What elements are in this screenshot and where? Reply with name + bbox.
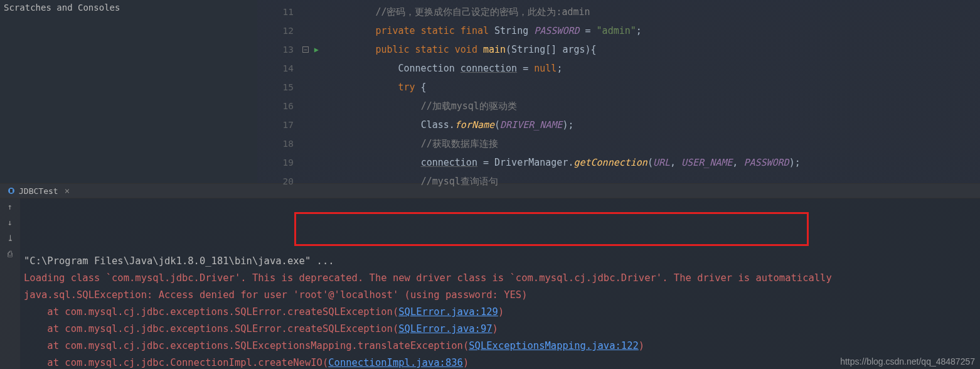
console-line: at com.mysql.cj.jdbc.exceptions.SQLError… [24, 321, 977, 338]
export-icon[interactable]: ⤓ [7, 233, 14, 243]
line-number: 16 [257, 97, 307, 115]
run-config-icon [8, 187, 15, 195]
console-line: at com.mysql.cj.jdbc.exceptions.SQLError… [24, 304, 977, 321]
line-number: 12 [257, 21, 307, 40]
run-tab-label[interactable]: JDBCTest [19, 186, 58, 196]
arrow-down-icon[interactable]: ↓ [8, 218, 13, 227]
code-line[interactable]: Class.forName(DRIVER_NAME); [307, 115, 980, 134]
svg-rect-1 [10, 189, 13, 193]
line-number: 17 [257, 115, 307, 134]
code-line[interactable]: try { [307, 78, 980, 97]
highlight-box [294, 212, 809, 246]
close-icon[interactable]: × [65, 186, 70, 196]
editor-gutter: 111213▶−14151617181920 [257, 0, 307, 183]
code-line[interactable]: //密码，更换成你自己设定的密码，此处为:admin [307, 3, 980, 21]
code-line[interactable]: Connection connection = null; [307, 59, 980, 78]
code-line[interactable]: private static final String PASSWORD = "… [307, 21, 980, 40]
arrow-up-icon[interactable]: ↑ [8, 202, 13, 211]
code-editor[interactable]: 111213▶−14151617181920 //密码，更换成你自己设定的密码，… [257, 0, 980, 183]
line-number: 18 [257, 134, 307, 153]
run-console: ↑ ↓ ⤓ ⎙ "C:\Program Files\Java\jdk1.8.0_… [0, 198, 980, 369]
run-gutter-icon[interactable]: ▶ [314, 45, 319, 54]
code-line[interactable]: public static void main(String[] args){ [307, 40, 980, 59]
code-line[interactable]: connection = DriverManager.getConnection… [307, 153, 980, 172]
console-line: at com.mysql.cj.jdbc.exceptions.SQLExcep… [24, 338, 977, 355]
project-sidebar[interactable]: Scratches and Consoles [0, 0, 257, 183]
code-line[interactable]: //mysql查询语句 [307, 172, 980, 191]
code-content[interactable]: //密码，更换成你自己设定的密码，此处为:admin private stati… [307, 0, 980, 183]
code-line[interactable]: //加载mysql的驱动类 [307, 97, 980, 115]
line-number: 11 [257, 3, 307, 21]
console-line: "C:\Program Files\Java\jdk1.8.0_181\bin\… [24, 253, 977, 270]
stacktrace-link[interactable]: SQLError.java:129 [398, 306, 498, 318]
sidebar-item-label: Scratches and Consoles [4, 3, 120, 13]
editor-split: Scratches and Consoles 111213▶−141516171… [0, 0, 980, 183]
line-number: 20 [257, 172, 307, 191]
line-number: 14 [257, 59, 307, 78]
code-line[interactable]: //获取数据库连接 [307, 134, 980, 153]
scratches-and-consoles-node[interactable]: Scratches and Consoles [0, 1, 257, 14]
console-toolbar: ↑ ↓ ⤓ ⎙ [0, 198, 20, 369]
console-line: Loading class `com.mysql.jdbc.Driver'. T… [24, 270, 977, 287]
console-line: at com.mysql.cj.jdbc.ConnectionImpl.crea… [24, 355, 977, 369]
line-number: 15 [257, 78, 307, 97]
stacktrace-link[interactable]: ConnectionImpl.java:836 [328, 357, 463, 368]
watermark-text: https://blog.csdn.net/qq_48487257 [840, 356, 975, 366]
line-number: 13▶− [257, 40, 307, 59]
fold-icon[interactable]: − [302, 46, 309, 53]
console-output[interactable]: "C:\Program Files\Java\jdk1.8.0_181\bin\… [20, 198, 980, 369]
line-number: 19 [257, 153, 307, 172]
console-line: java.sql.SQLException: Access denied for… [24, 287, 977, 304]
print-icon[interactable]: ⎙ [8, 249, 13, 259]
stacktrace-link[interactable]: SQLExceptionsMapping.java:122 [469, 340, 639, 351]
stacktrace-link[interactable]: SQLError.java:97 [398, 323, 492, 334]
